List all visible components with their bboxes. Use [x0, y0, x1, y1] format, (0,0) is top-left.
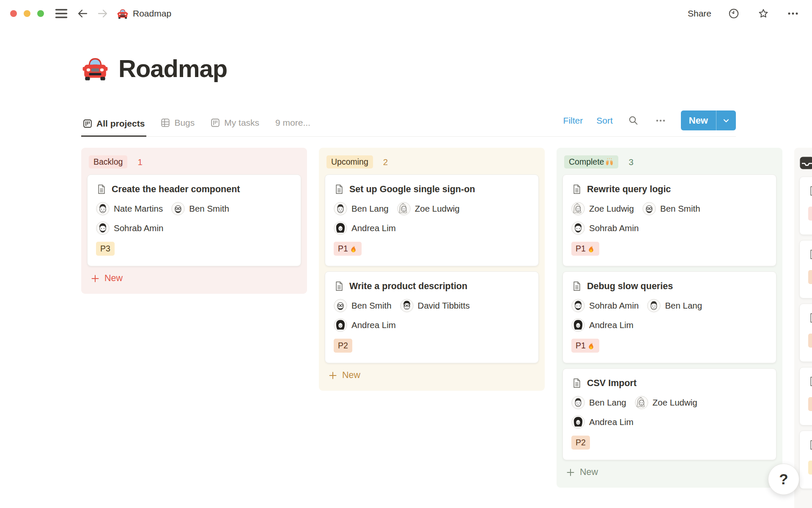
avatar — [635, 396, 648, 409]
card[interactable]: Debug slow queries Sohrab Amin Ben Lang … — [562, 271, 776, 363]
close-window-button[interactable] — [10, 10, 17, 17]
back-icon[interactable] — [75, 7, 90, 20]
fire-icon — [587, 342, 595, 350]
inbox-icon — [799, 156, 812, 170]
person: Andrea Lim — [571, 318, 634, 332]
minimize-window-button[interactable] — [24, 10, 30, 17]
sort-button[interactable]: Sort — [596, 116, 613, 126]
breadcrumb-label: Roadmap — [133, 8, 171, 19]
page-icon — [808, 376, 812, 387]
forward-icon[interactable] — [96, 7, 110, 20]
plus-icon — [566, 468, 575, 477]
avatar — [571, 396, 585, 409]
avatar — [571, 299, 585, 312]
plus-icon — [328, 371, 337, 380]
add-card-button[interactable]: New — [566, 467, 598, 478]
page-icon — [96, 184, 107, 195]
zoom-window-button[interactable] — [37, 10, 44, 17]
tab-bugs[interactable]: Bugs — [159, 112, 196, 136]
star-icon[interactable] — [756, 6, 771, 21]
page-header: Roadmap — [81, 54, 812, 83]
ellipsis-icon[interactable] — [786, 10, 800, 17]
person: Sohrab Amin — [571, 221, 639, 235]
card[interactable]: Create the header component Nate Martins… — [87, 174, 301, 266]
card[interactable]: Set up Google single sign-on Ben Lang Zo… — [325, 174, 539, 266]
column-title-chip[interactable]: Complete — [564, 155, 618, 168]
person: Nate Martins — [96, 202, 163, 215]
filter-button[interactable]: Filter — [563, 116, 583, 126]
priority-tag: P2 — [334, 339, 352, 353]
share-button[interactable]: Share — [688, 8, 711, 19]
person: Sohrab Amin — [571, 299, 639, 312]
add-card-button[interactable]: New — [91, 273, 123, 284]
card[interactable]: P — [799, 431, 812, 489]
new-button-label[interactable]: New — [681, 110, 716, 130]
person: Ben Smith — [334, 299, 392, 312]
person: Ben Lang — [571, 396, 626, 409]
card[interactable]: P — [799, 367, 812, 425]
avatar — [400, 299, 414, 312]
car-icon — [117, 8, 129, 19]
person: Andrea Lim — [571, 415, 634, 429]
priority-tag: P — [808, 334, 812, 348]
avatar — [171, 202, 185, 215]
chevron-down-icon[interactable] — [716, 110, 736, 130]
page-icon — [808, 439, 812, 450]
column-upcoming: Upcoming 2 Set up Google single sign-on … — [319, 148, 545, 391]
column-backlog: Backlog 1 Create the header component Na… — [81, 148, 307, 294]
new-button[interactable]: New — [681, 110, 736, 130]
avatar — [96, 202, 110, 215]
page-icon — [571, 184, 582, 195]
priority-tag: P — [808, 207, 812, 221]
search-icon[interactable] — [626, 113, 640, 127]
column-count: 2 — [383, 157, 388, 167]
person: David Tibbitts — [400, 299, 470, 312]
card[interactable]: CSV Import Ben Lang Zoe Ludwig Andrea Li… — [562, 368, 776, 460]
column-title-chip[interactable]: Upcoming — [326, 155, 373, 168]
tab-more-views[interactable]: 9 more... — [274, 112, 312, 136]
card[interactable]: Rewrite query logic Zoe Ludwig Ben Smith… — [562, 174, 776, 266]
person: Zoe Ludwig — [635, 396, 697, 409]
person: Zoe Ludwig — [571, 202, 634, 215]
avatar — [334, 299, 347, 312]
kanban-board: Backlog 1 Create the header component Na… — [81, 148, 812, 508]
card[interactable]: Write a product description Ben Smith Da… — [325, 271, 539, 363]
person: Zoe Ludwig — [397, 202, 460, 215]
breadcrumb[interactable]: Roadmap — [117, 8, 171, 19]
window-controls — [10, 10, 44, 17]
page-title: Roadmap — [118, 54, 227, 83]
avatar — [571, 318, 585, 332]
priority-tag: P — [808, 461, 812, 475]
add-card-button[interactable]: New — [328, 370, 360, 381]
board-view-icon — [211, 118, 220, 127]
clock-icon[interactable] — [727, 6, 741, 21]
board-view-icon — [83, 119, 92, 128]
person: Andrea Lim — [334, 318, 396, 332]
page-icon — [808, 249, 812, 260]
card[interactable]: P — [799, 304, 812, 362]
avatar — [571, 202, 585, 215]
car-icon — [81, 55, 109, 82]
column-count: 1 — [137, 157, 142, 167]
avatar — [334, 318, 347, 332]
avatar — [642, 202, 656, 215]
tab-all-projects[interactable]: All projects — [81, 113, 146, 137]
priority-tag: P2 — [571, 436, 590, 450]
help-button[interactable]: ? — [768, 464, 799, 495]
page-icon — [571, 378, 582, 389]
page-icon — [571, 281, 582, 292]
view-options-ellipsis-icon[interactable] — [654, 117, 667, 124]
sidebar-menu-icon[interactable] — [53, 6, 69, 21]
priority-tag: P1 — [334, 242, 362, 256]
card[interactable]: P — [799, 240, 812, 298]
column-count: 3 — [628, 157, 633, 167]
view-tabbar: All projects Bugs My tasks 9 more... Fil… — [81, 110, 736, 137]
card[interactable]: P — [799, 177, 812, 235]
raised-hands-icon — [605, 158, 614, 166]
tab-my-tasks[interactable]: My tasks — [209, 112, 261, 136]
person: Andrea Lim — [334, 221, 396, 235]
person: Ben Smith — [642, 202, 700, 215]
fire-icon — [587, 245, 595, 253]
person: Ben Lang — [334, 202, 389, 215]
column-title-chip[interactable]: Backlog — [89, 155, 127, 168]
